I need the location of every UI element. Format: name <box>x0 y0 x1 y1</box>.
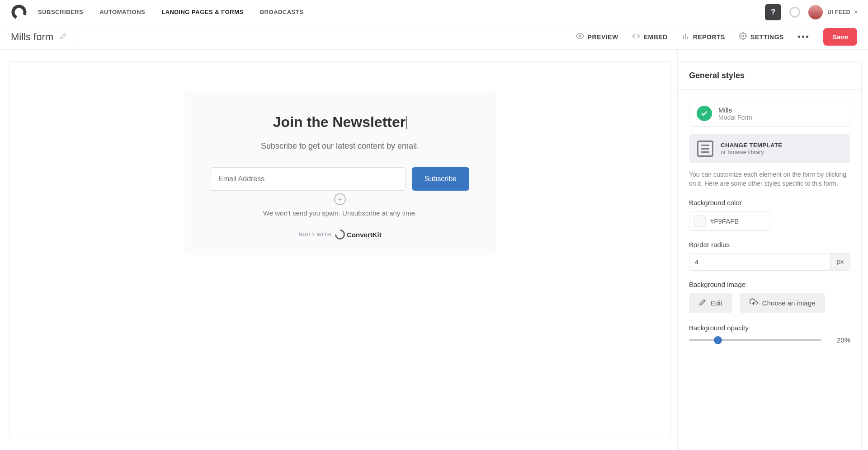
help-icon: ? <box>771 8 775 16</box>
workspace: Join the Newsletter Subscribe to get our… <box>0 50 868 450</box>
account-label: UI FEED <box>827 9 850 15</box>
color-swatch <box>694 215 706 227</box>
cloud-upload-icon <box>750 298 758 308</box>
nav-items: SUBSCRIBERS AUTOMATIONS LANDING PAGES & … <box>38 9 303 15</box>
bgcolor-input[interactable]: #F9FAFB <box>689 211 770 231</box>
bgcolor-value: #F9FAFB <box>710 217 739 225</box>
form-title[interactable]: Join the Newsletter <box>211 114 469 131</box>
radius-unit: px <box>830 253 850 271</box>
built-with-label: BUILT WITH <box>298 232 331 237</box>
choose-image-button[interactable]: Choose an image <box>740 293 826 313</box>
form-title-text: Join the Newsletter <box>273 114 406 130</box>
add-separator <box>211 199 469 199</box>
preview-label: PREVIEW <box>588 33 618 41</box>
chart-icon <box>681 32 689 42</box>
sub-bar-actions: PREVIEW EMBED REPORTS SETTINGS ••• Save <box>576 28 857 46</box>
opacity-row: 20% <box>689 336 850 344</box>
change-template-meta: CHANGE TEMPLATE or browse library <box>721 142 783 155</box>
settings-button[interactable]: SETTINGS <box>739 32 784 42</box>
edit-name-icon[interactable] <box>60 33 67 42</box>
form-subtitle[interactable]: Subscribe to get our latest content by e… <box>211 141 469 151</box>
add-element-button[interactable] <box>334 193 346 205</box>
built-with: BUILT WITH ConvertKit <box>211 230 469 239</box>
edit-bgimage-label: Edit <box>711 299 722 307</box>
subscribe-button[interactable]: Subscribe <box>412 167 469 191</box>
current-template[interactable]: Mills Modal Form <box>689 100 850 127</box>
form-disclaimer[interactable]: We won't send you spam. Unsubscribe at a… <box>211 209 469 217</box>
canvas[interactable]: Join the Newsletter Subscribe to get our… <box>9 61 671 438</box>
save-button[interactable]: Save <box>823 28 857 46</box>
nav-subscribers[interactable]: SUBSCRIBERS <box>38 9 83 15</box>
radius-label: Border radius <box>689 241 850 248</box>
convertkit-logo[interactable]: ConvertKit <box>335 230 382 239</box>
change-template-title: CHANGE TEMPLATE <box>721 142 783 149</box>
check-badge <box>697 106 712 121</box>
styles-panel: General styles Mills Modal Form <box>678 61 862 450</box>
template-name: Mills <box>718 106 752 114</box>
pencil-icon <box>699 299 706 307</box>
help-button[interactable]: ? <box>765 4 781 20</box>
gear-icon <box>739 32 747 42</box>
sub-bar: Mills form PREVIEW EMBED REPORTS SETTING… <box>0 24 868 50</box>
choose-image-label: Choose an image <box>762 299 816 307</box>
form-name: Mills form <box>11 31 53 43</box>
opacity-slider[interactable] <box>689 339 821 341</box>
svg-point-1 <box>579 35 581 38</box>
panel-heading: General styles <box>678 62 861 90</box>
change-template-sub: or browse library <box>721 149 783 155</box>
plus-icon <box>337 196 343 202</box>
svg-point-0 <box>11 4 27 20</box>
embed-button[interactable]: EMBED <box>632 32 668 42</box>
template-icon <box>697 141 713 157</box>
bgimage-actions: Edit Choose an image <box>689 293 850 313</box>
preview-button[interactable]: PREVIEW <box>576 32 618 42</box>
form-card[interactable]: Join the Newsletter Subscribe to get our… <box>185 92 495 254</box>
reports-label: REPORTS <box>693 33 725 41</box>
opacity-value: 20% <box>830 336 850 344</box>
check-icon <box>700 109 708 117</box>
nav-right: ? UI FEED ▾ <box>765 4 857 20</box>
reports-button[interactable]: REPORTS <box>681 32 725 42</box>
chevron-down-icon: ▾ <box>855 9 857 14</box>
email-field[interactable] <box>211 167 406 191</box>
brand-logo[interactable] <box>11 4 27 20</box>
top-nav: SUBSCRIBERS AUTOMATIONS LANDING PAGES & … <box>0 0 868 24</box>
embed-label: EMBED <box>644 33 668 41</box>
code-icon <box>632 32 640 42</box>
settings-label: SETTINGS <box>750 33 784 41</box>
convertkit-text: ConvertKit <box>347 231 382 239</box>
sync-icon <box>789 7 800 18</box>
radius-input[interactable] <box>689 253 830 271</box>
bgcolor-label: Background color <box>689 199 850 206</box>
nav-broadcasts[interactable]: BROADCASTS <box>260 9 304 15</box>
template-meta: Mills Modal Form <box>718 106 752 121</box>
nav-landing-pages[interactable]: LANDING PAGES & FORMS <box>161 9 243 15</box>
avatar <box>808 5 823 19</box>
convertkit-icon <box>333 227 347 241</box>
text-cursor-icon <box>406 116 407 129</box>
edit-bgimage-button[interactable]: Edit <box>689 293 732 313</box>
right-sidebar: General styles Mills Modal Form <box>677 50 868 450</box>
opacity-label: Background opacity <box>689 324 850 332</box>
eye-icon <box>576 32 584 42</box>
more-button[interactable]: ••• <box>797 32 810 42</box>
nav-automations[interactable]: AUTOMATIONS <box>99 9 145 15</box>
svg-point-5 <box>742 35 744 38</box>
account-menu[interactable]: UI FEED ▾ <box>808 5 857 19</box>
panel-body: Mills Modal Form CHANGE TEMPLATE or brow… <box>678 90 861 354</box>
form-row: Subscribe <box>211 167 469 191</box>
bgimage-label: Background image <box>689 281 850 288</box>
template-type: Modal Form <box>718 114 752 121</box>
canvas-area: Join the Newsletter Subscribe to get our… <box>0 50 677 450</box>
radius-row: px <box>689 253 850 271</box>
styles-hint: You can customize each element on the fo… <box>689 170 850 188</box>
form-name-wrap: Mills form <box>11 24 79 49</box>
change-template-button[interactable]: CHANGE TEMPLATE or browse library <box>689 134 850 163</box>
